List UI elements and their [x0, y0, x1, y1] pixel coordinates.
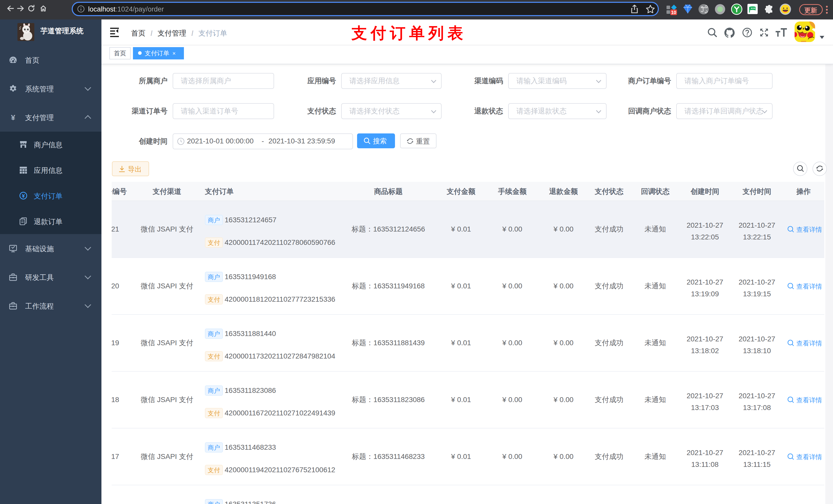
svg-text:¥: ¥ — [22, 193, 25, 199]
svg-text:10: 10 — [671, 10, 676, 15]
svg-text:¥: ¥ — [11, 114, 15, 121]
